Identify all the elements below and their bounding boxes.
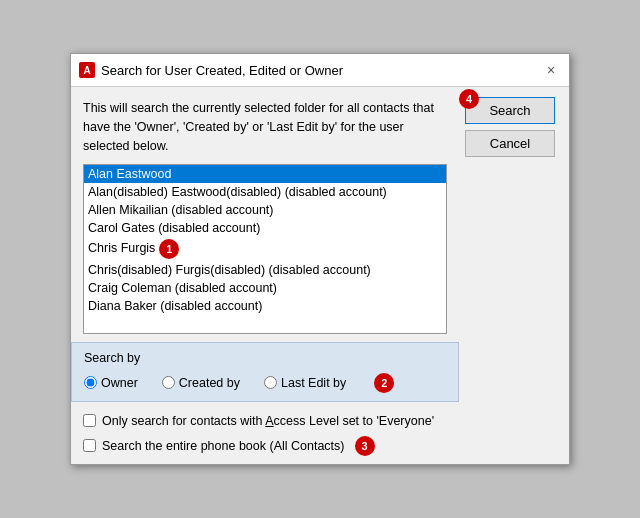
list-item[interactable]: Chris Furgis1 — [84, 237, 446, 261]
description-text: This will search the currently selected … — [83, 99, 447, 155]
dialog-body: This will search the currently selected … — [71, 87, 569, 463]
radio-owner-input[interactable] — [84, 376, 97, 389]
checkbox-phone-book-input[interactable] — [83, 439, 96, 452]
checkboxes-section: Only search for contacts with Access Lev… — [83, 410, 447, 456]
main-dialog: A Search for User Created, Edited or Own… — [70, 53, 570, 464]
radio-group: Owner Created by Last Edit by 2 — [84, 373, 446, 393]
dialog-title: Search for User Created, Edited or Owner — [101, 63, 343, 78]
sidebar: Search 4 Cancel — [459, 87, 569, 463]
list-item[interactable]: Carol Gates (disabled account) — [84, 219, 446, 237]
badge-1: 1 — [159, 239, 179, 259]
list-item[interactable]: Chris(disabled) Furgis(disabled) (disabl… — [84, 261, 446, 279]
user-list[interactable]: Alan EastwoodAlan(disabled) Eastwood(dis… — [83, 164, 447, 334]
checkbox-phone-book[interactable]: Search the entire phone book (All Contac… — [83, 436, 447, 456]
badge-3: 3 — [355, 436, 375, 456]
radio-created-by-input[interactable] — [162, 376, 175, 389]
radio-owner[interactable]: Owner — [84, 376, 138, 390]
app-icon: A — [79, 62, 95, 78]
radio-owner-label: Owner — [101, 376, 138, 390]
title-bar: A Search for User Created, Edited or Own… — [71, 54, 569, 87]
close-button[interactable]: × — [541, 60, 561, 80]
radio-created-by-label: Created by — [179, 376, 240, 390]
list-item[interactable]: Alan(disabled) Eastwood(disabled) (disab… — [84, 183, 446, 201]
badge-2: 2 — [374, 373, 394, 393]
checkbox-access-level-label: Only search for contacts with Access Lev… — [102, 414, 434, 428]
title-bar-left: A Search for User Created, Edited or Own… — [79, 62, 343, 78]
radio-created-by[interactable]: Created by — [162, 376, 240, 390]
search-by-section: Search by Owner Created by Last Edit by — [71, 342, 459, 402]
checkbox-phone-book-label: Search the entire phone book (All Contac… — [102, 439, 345, 453]
checkbox-access-level[interactable]: Only search for contacts with Access Lev… — [83, 414, 447, 428]
list-item[interactable]: Allen Mikailian (disabled account) — [84, 201, 446, 219]
main-content: This will search the currently selected … — [71, 87, 459, 463]
list-item[interactable]: Diana Baker (disabled account) — [84, 297, 446, 315]
checkbox-access-level-input[interactable] — [83, 414, 96, 427]
radio-last-edit-by-input[interactable] — [264, 376, 277, 389]
list-item[interactable]: Alan Eastwood — [84, 165, 446, 183]
radio-last-edit-by-label: Last Edit by — [281, 376, 346, 390]
cancel-button[interactable]: Cancel — [465, 130, 555, 157]
radio-last-edit-by[interactable]: Last Edit by — [264, 376, 346, 390]
search-by-label: Search by — [84, 351, 446, 365]
list-item[interactable]: Craig Coleman (disabled account) — [84, 279, 446, 297]
